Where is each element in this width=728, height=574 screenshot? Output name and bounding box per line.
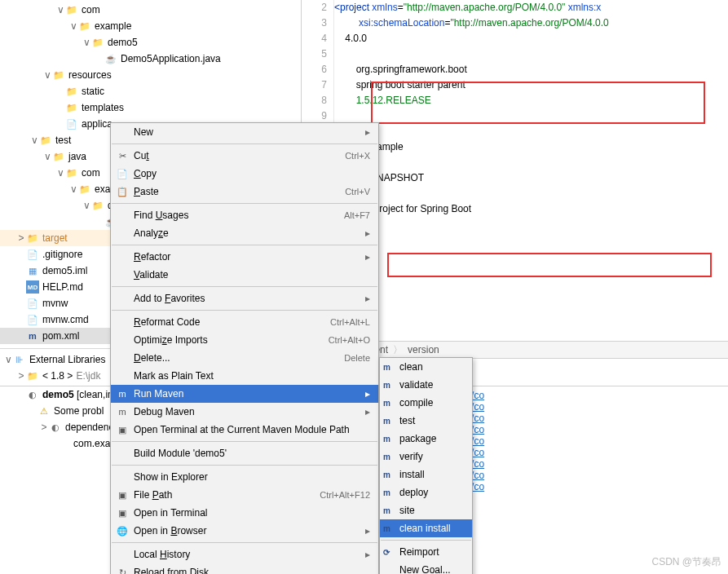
submenu-label: package [399, 433, 436, 444]
menu-label: Debug Maven [134, 406, 365, 417]
submenu-item[interactable]: minstall [380, 466, 472, 483]
context-menu[interactable]: New▸✂CutCtrl+X📄Copy📋PasteCtrl+VFind Usag… [110, 122, 379, 574]
tree-item-label: Demo5Application.java [121, 53, 221, 64]
menu-label: Show in Explorer [134, 471, 370, 483]
menu-label: Reformat Code [134, 316, 330, 328]
menu-item[interactable]: ▣File PathCtrl+Alt+F12 [111, 486, 378, 504]
file-icon: 📄 [65, 117, 78, 130]
menu-label: Cut [134, 150, 345, 161]
tree-item[interactable]: ∨📁example [0, 18, 301, 34]
folder-icon: 📁 [26, 369, 39, 382]
submenu-label: compile [399, 397, 433, 408]
folder-icon: 📁 [65, 3, 78, 16]
menu-icon: m [116, 389, 129, 399]
maven-icon: ⟳ [383, 548, 396, 557]
tree-item-label: java [68, 151, 86, 162]
submenu-label: verify [399, 451, 423, 462]
submenu-label: validate [399, 379, 433, 391]
menu-icon: ▣ [116, 508, 129, 519]
tree-item[interactable]: ∨📁com [0, 2, 301, 18]
shortcut: Ctrl+X [345, 151, 370, 161]
submenu-item[interactable]: mclean install [380, 519, 472, 537]
submenu-label: clean install [399, 523, 451, 534]
menu-label: New [134, 126, 365, 138]
menu-item[interactable]: ▣Open in Terminal [111, 504, 378, 522]
maven-icon: m [383, 470, 396, 479]
folder-icon: 📁 [65, 166, 78, 179]
menu-item[interactable]: Mark as Plain Text [111, 367, 378, 385]
menu-icon: ✂ [116, 151, 129, 161]
menu-item[interactable]: Refactor▸ [111, 248, 378, 266]
breadcrumb-item[interactable]: version [408, 344, 439, 355]
menu-label: Find Usages [134, 210, 344, 221]
submenu-item[interactable]: mtest [380, 412, 472, 430]
menu-item[interactable]: ▣Open Terminal at the Current Maven Modu… [111, 421, 378, 439]
shortcut: Alt+F7 [344, 210, 370, 220]
folder-icon: 📁 [52, 68, 65, 82]
tree-item[interactable]: 📁static [0, 83, 301, 99]
tree-item-label: templates [82, 102, 124, 113]
external-libraries-label: External Libraries [29, 354, 105, 365]
menu-label: Refactor [134, 251, 365, 263]
menu-item[interactable]: Find UsagesAlt+F7 [111, 206, 378, 224]
submenu-item[interactable]: mpackage [380, 430, 472, 448]
menu-item[interactable]: 🌐Open in Browser▸ [111, 522, 378, 540]
submenu-item[interactable]: mverify [380, 448, 472, 466]
menu-label: Add to Favorites [134, 293, 365, 304]
maven-icon: m [383, 488, 396, 497]
tree-item-label: com [82, 4, 100, 15]
submenu-item[interactable]: msite [380, 501, 472, 519]
tree-item[interactable]: ∨📁resources [0, 67, 301, 83]
submenu-arrow: ▸ [365, 251, 370, 263]
folder-icon: 📁 [65, 85, 78, 98]
build-tree-label: Some probl [54, 405, 104, 417]
menu-item[interactable]: Local History▸ [111, 545, 378, 563]
submenu-item[interactable]: mvalidate [380, 376, 472, 394]
submenu-item[interactable]: mcompile [380, 394, 472, 412]
menu-item[interactable]: mRun Maven▸ [111, 385, 378, 403]
menu-label: Open in Browser [134, 525, 365, 536]
submenu-arrow: ▸ [365, 525, 370, 536]
menu-item[interactable]: Add to Favorites▸ [111, 289, 378, 307]
folder-icon: 📁 [91, 199, 104, 212]
tree-item[interactable]: 📁templates [0, 99, 301, 116]
menu-item[interactable]: Show in Explorer [111, 468, 378, 486]
submenu-label: install [399, 469, 425, 480]
menu-item[interactable]: New▸ [111, 123, 378, 141]
tree-item-label: com [82, 167, 100, 179]
menu-label: Open Terminal at the Current Maven Modul… [134, 424, 370, 435]
menu-item[interactable]: mDebug Maven▸ [111, 403, 378, 421]
menu-item[interactable]: Optimize ImportsCtrl+Alt+O [111, 331, 378, 349]
submenu-item[interactable]: mdeploy [380, 483, 472, 501]
folder-icon: 📁 [91, 36, 104, 49]
maven-icon: m [383, 524, 396, 533]
submenu-item[interactable]: New Goal... [380, 561, 472, 574]
menu-item[interactable]: 📋PasteCtrl+V [111, 183, 378, 201]
tree-item-label: HELP.md [42, 281, 83, 293]
menu-item[interactable]: Build Module 'demo5' [111, 444, 378, 462]
menu-item[interactable]: Reformat CodeCtrl+Alt+L [111, 313, 378, 331]
spinner-icon: ◐ [49, 421, 62, 434]
tree-item[interactable]: ☕Demo5Application.java [0, 51, 301, 67]
menu-icon: m [116, 407, 129, 417]
tree-item[interactable]: ∨📁demo5 [0, 34, 301, 51]
tree-item-label: test [55, 135, 71, 146]
menu-icon: ▣ [116, 490, 129, 501]
menu-item[interactable]: ✂CutCtrl+X [111, 147, 378, 165]
maven-submenu[interactable]: mcleanmvalidatemcompilemtestmpackagemver… [379, 357, 473, 574]
folder-icon: 📁 [78, 183, 91, 196]
tree-item-label: mvnw.cmd [42, 314, 89, 325]
submenu-label: site [399, 505, 415, 516]
menu-item[interactable]: 📄Copy [111, 165, 378, 183]
tree-item-label: demo5 [108, 37, 138, 48]
submenu-item[interactable]: mclean [380, 358, 472, 376]
menu-item[interactable]: Delete...Delete [111, 349, 378, 367]
submenu-item[interactable]: ⟳Reimport [380, 543, 472, 561]
menu-item[interactable]: Validate [111, 266, 378, 284]
tree-item-label: .gitignore [42, 249, 82, 260]
submenu-label: test [399, 415, 415, 426]
menu-item[interactable]: Analyze▸ [111, 224, 378, 242]
menu-item[interactable]: ↻Reload from Disk [111, 563, 378, 574]
menu-icon: 📄 [116, 169, 129, 179]
submenu-arrow: ▸ [365, 293, 370, 304]
